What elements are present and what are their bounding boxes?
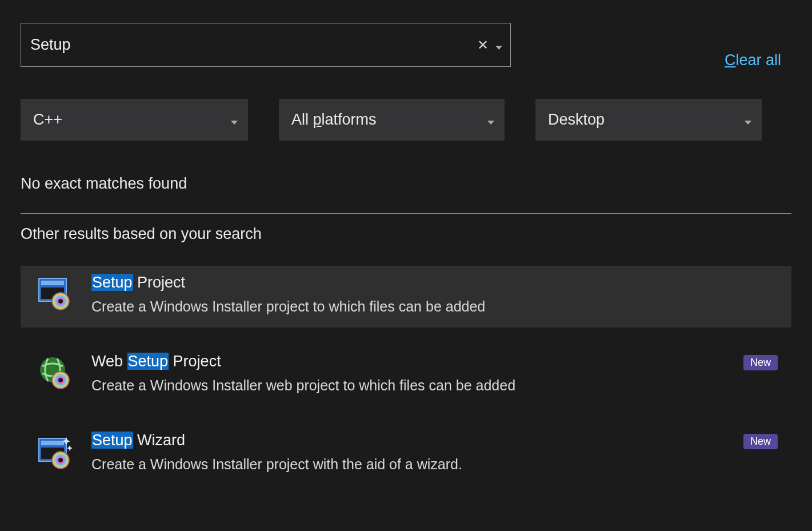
platform-filter-dropdown[interactable]: All platforms [279,99,505,141]
template-item[interactable]: Web Setup ProjectCreate a Windows Instal… [21,345,791,406]
template-title: Setup Wizard [91,432,737,449]
template-description: Create a Windows Installer project with … [91,456,737,473]
new-badge: New [743,355,778,370]
template-title: Setup Project [91,274,778,292]
clear-search-icon[interactable]: ✕ [474,37,492,53]
project-type-filter-dropdown[interactable]: Desktop [535,99,762,141]
new-badge: New [743,434,778,449]
search-dropdown-icon[interactable] [495,37,502,53]
web-project-icon [37,355,73,392]
svg-rect-10 [41,441,64,445]
installer-project-icon [37,276,73,313]
chevron-down-icon [231,112,238,128]
template-description: Create a Windows Installer web project t… [91,377,737,394]
language-filter-label: C++ [33,111,62,129]
svg-point-8 [58,378,63,382]
search-input[interactable] [30,23,474,66]
language-filter-dropdown[interactable]: C++ [21,99,248,141]
chevron-down-icon [487,112,494,128]
svg-point-5 [58,299,63,304]
svg-rect-1 [41,281,64,285]
platform-filter-label: All platforms [291,111,377,129]
template-item[interactable]: Setup ProjectCreate a Windows Installer … [21,266,791,328]
clear-all-link[interactable]: Clear all [725,23,781,69]
divider [21,213,791,214]
chevron-down-icon [745,112,751,128]
template-title: Web Setup Project [91,353,737,370]
project-type-filter-label: Desktop [548,111,605,129]
svg-point-13 [58,458,63,462]
template-description: Create a Windows Installer project to wh… [91,298,778,315]
search-box: ✕ [21,23,511,67]
no-matches-text: No exact matches found [21,175,791,193]
template-item[interactable]: Setup WizardCreate a Windows Installer p… [21,424,791,485]
other-results-header: Other results based on your search [21,225,791,243]
wizard-project-icon [37,434,73,470]
